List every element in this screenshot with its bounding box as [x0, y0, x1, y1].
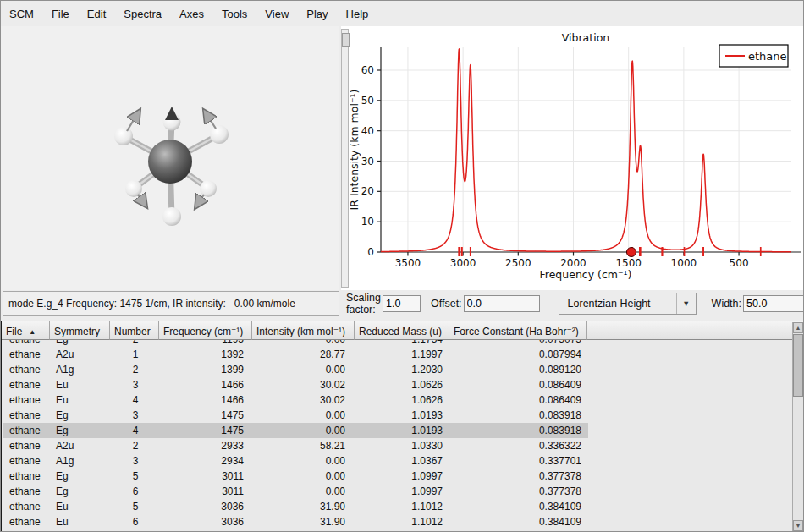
plot-scrollbar[interactable] [341, 29, 349, 288]
column-header-reduced[interactable]: Reduced Mass (u) [355, 321, 449, 340]
table-cell: ethane [3, 347, 51, 362]
menu-item-view[interactable]: View [265, 8, 289, 20]
table-cell: 4 [111, 423, 160, 438]
table-cell: 1466 [160, 377, 253, 392]
legend: ethane [719, 45, 788, 67]
menu-item-scm[interactable]: SCM [9, 8, 34, 20]
table-row[interactable]: ethaneEu5303631.901.10120.384109 [3, 499, 588, 514]
mode-status-bar: mode E.g_4 Frequency: 1475 1/cm, IR inte… [3, 291, 339, 316]
menu-item-spectra[interactable]: Spectra [124, 8, 162, 20]
table-row[interactable]: ethaneEg414750.001.01930.083918 [3, 423, 588, 438]
scaling-factor-label: Scaling factor: [346, 292, 381, 315]
svg-text:40: 40 [361, 125, 374, 137]
menu-item-edit[interactable]: Edit [87, 8, 106, 20]
table-cell: 4 [111, 392, 160, 408]
table-cell: 28.77 [253, 347, 355, 362]
table-cell: 1.0330 [355, 438, 450, 453]
svg-text:1500: 1500 [615, 257, 642, 269]
menu-item-tools[interactable]: Tools [222, 8, 247, 20]
table-scrollbar[interactable]: ▲ ▼ [792, 322, 803, 531]
table-cell: 6 [111, 514, 160, 529]
table-cell: A2u [51, 347, 111, 362]
table-cell: ethane [3, 408, 51, 423]
table-row[interactable]: ethaneEg530110.001.09970.377378 [3, 469, 588, 484]
table-row[interactable]: ethaneEg630110.001.09970.377378 [3, 484, 588, 499]
table-cell: 3036 [160, 514, 253, 529]
table-cell: 58.21 [253, 438, 355, 453]
table-row[interactable]: ethaneA2u1139228.771.19970.087994 [3, 347, 588, 362]
column-header-number[interactable]: Number [110, 321, 159, 340]
table-row[interactable]: ethaneEg314750.001.01930.083918 [3, 408, 588, 423]
table-row[interactable]: ethaneEu6303631.901.10120.384109 [3, 514, 588, 529]
molecule-viewer[interactable] [1, 26, 339, 290]
scroll-up-icon[interactable]: ▲ [793, 322, 803, 333]
table-cell: 0.083918 [450, 423, 588, 438]
table-cell: Eu [51, 499, 111, 514]
selected-mode-marker[interactable] [626, 248, 636, 257]
svg-text:2500: 2500 [505, 257, 531, 269]
menu-item-axes[interactable]: Axes [179, 8, 204, 20]
offset-input[interactable] [464, 295, 540, 312]
table-cell: 30.02 [253, 377, 355, 392]
width-input[interactable] [743, 295, 804, 312]
table-cell: 3011 [160, 484, 253, 499]
tick-labels: 3500300025002000150010005000102030405060 [361, 64, 749, 269]
table-cell: A1g [51, 362, 111, 377]
table-cell: 0.00 [253, 484, 355, 499]
table-cell: 1.1997 [355, 347, 450, 362]
table-cell: 1.2030 [355, 362, 450, 377]
table-cell: 0.00 [253, 340, 355, 347]
table-cell: 1.0626 [355, 392, 450, 408]
column-header-symmetry[interactable]: Symmetry [50, 321, 110, 340]
table-cell: ethane [3, 499, 51, 514]
table-cell: 1.0626 [355, 377, 450, 392]
table-cell: 31.90 [253, 499, 355, 514]
svg-text:0: 0 [367, 246, 374, 258]
table-cell: Eg [51, 469, 111, 484]
table-cell: 1392 [160, 347, 253, 362]
x-axis-label: Frequency (cm⁻¹) [540, 268, 632, 281]
table-row[interactable]: ethaneEu4146630.021.06260.086409 [3, 392, 588, 408]
table-cell: 2 [111, 362, 160, 377]
svg-text:20: 20 [361, 185, 374, 197]
table-cell: Eu [51, 392, 111, 408]
menu-item-help[interactable]: Help [346, 8, 369, 20]
column-header-intensity[interactable]: Intensity (km mol⁻¹) [252, 321, 355, 340]
table-cell: Eg [51, 484, 111, 499]
table-cell: 1399 [160, 362, 253, 377]
table-row[interactable]: ethaneEu3146630.021.06260.086409 [3, 377, 588, 392]
column-header-frequency[interactable]: Frequency (cm⁻¹) [159, 321, 252, 340]
table-row[interactable]: ethaneA1g329340.001.03670.337701 [3, 453, 588, 469]
menu-item-file[interactable]: File [52, 8, 69, 20]
table-body: ethaneEg211950.001.17540.075075ethaneA2u… [3, 340, 792, 531]
plot-scrollbar-thumb[interactable] [342, 33, 350, 47]
vibration-spectrum-chart[interactable]: 3500300025002000150010005000102030405060… [350, 26, 803, 290]
table-cell: ethane [3, 514, 51, 529]
table-cell: 0.337701 [450, 453, 588, 469]
svg-text:500: 500 [730, 257, 749, 269]
scroll-down-icon[interactable]: ▼ [793, 520, 803, 531]
table-row[interactable]: ethaneEg211950.001.17540.075075 [3, 340, 588, 347]
table-cell: 1.0367 [355, 453, 450, 469]
table-cell: ethane [3, 423, 51, 438]
table-cell: 31.90 [253, 514, 355, 529]
lineshape-dropdown[interactable]: Lorentzian Height ▼ [559, 293, 697, 315]
scaling-factor-input[interactable] [383, 295, 421, 312]
menu-item-play[interactable]: Play [306, 8, 328, 20]
offset-label: Offset: [431, 298, 462, 310]
table-row[interactable]: ethaneA2u2293358.211.03300.336322 [3, 438, 588, 453]
sort-ascending-icon: ▲ [29, 328, 36, 336]
table-row[interactable]: ethaneA1g213990.001.20300.089120 [3, 362, 588, 377]
table-cell: 1.0193 [355, 423, 450, 438]
grid-lines [381, 47, 791, 252]
table-cell: 0.377378 [450, 469, 588, 484]
column-header-force[interactable]: Force Constant (Ha Bohr⁻²) [449, 321, 587, 340]
svg-text:50: 50 [361, 95, 374, 107]
table-cell: 0.00 [253, 453, 355, 469]
table-cell: 0.00 [253, 469, 355, 484]
spectrum-chart-panel[interactable]: 3500300025002000150010005000102030405060… [341, 26, 803, 290]
table-scrollbar-thumb[interactable] [793, 334, 803, 397]
table-cell: 1.1012 [355, 514, 450, 529]
column-header-file[interactable]: File▲ [2, 321, 50, 340]
table-cell: 3 [111, 408, 160, 423]
